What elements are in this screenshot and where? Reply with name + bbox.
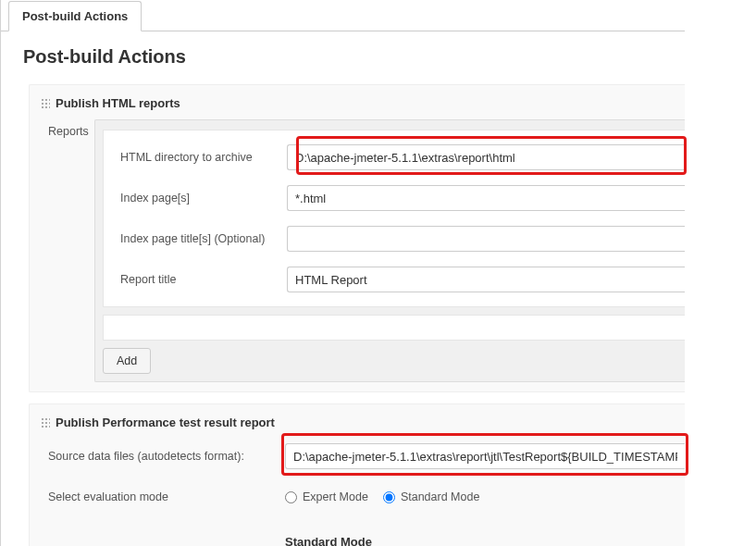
input-source-data-files[interactable] xyxy=(285,443,685,469)
section-header-publish-performance: Publish Performance test result report xyxy=(56,416,275,429)
input-index-title[interactable] xyxy=(287,226,685,252)
heading-standard-mode: Standard Mode xyxy=(48,524,685,546)
label-index-page: Index page[s] xyxy=(120,192,287,205)
section-header-publish-html: Publish HTML reports xyxy=(56,96,180,110)
label-standard-mode: Standard Mode xyxy=(401,490,479,503)
report-config-block: HTML directory to archive Index page[s] xyxy=(103,130,685,307)
radio-expert-mode[interactable] xyxy=(285,491,297,503)
input-report-title[interactable] xyxy=(287,267,685,292)
tab-bar: Post-build Actions xyxy=(1,0,685,31)
reports-body: HTML directory to archive Index page[s] xyxy=(94,119,685,382)
tab-post-build-actions[interactable]: Post-build Actions xyxy=(8,1,142,31)
label-source-data-files: Source data files (autodetects format): xyxy=(48,450,285,463)
label-html-directory: HTML directory to archive xyxy=(120,151,287,164)
spacer-block xyxy=(103,315,685,341)
drag-handle-icon[interactable] xyxy=(41,417,50,428)
label-expert-mode: Expert Mode xyxy=(303,490,368,503)
section-publish-performance: Publish Performance test result report S… xyxy=(29,403,685,546)
page-title: Post-build Actions xyxy=(1,41,685,84)
label-report-title: Report title xyxy=(120,273,287,286)
input-index-page[interactable] xyxy=(287,185,685,211)
label-select-evaluation-mode: Select evaluation mode xyxy=(48,490,285,503)
input-html-directory[interactable] xyxy=(287,144,685,170)
radio-standard-mode[interactable] xyxy=(383,491,395,503)
label-index-title: Index page title[s] (Optional) xyxy=(120,232,287,245)
drag-handle-icon[interactable] xyxy=(41,98,50,109)
reports-label: Reports xyxy=(39,119,94,382)
section-publish-html: Publish HTML reports Reports HTML direct… xyxy=(29,84,685,392)
add-button[interactable]: Add xyxy=(103,348,151,374)
